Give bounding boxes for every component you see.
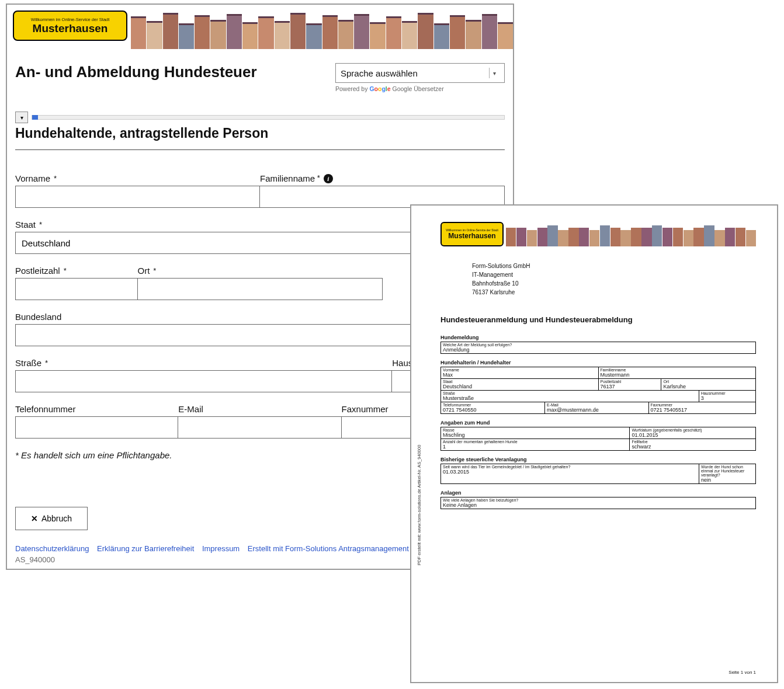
ort-input[interactable] [138, 278, 383, 300]
pdf-table-veranlagung: Seit wann wird das Tier im Gemeindegebie… [440, 464, 756, 484]
powered-by-text: Powered by Google Google Übersetzer [335, 85, 505, 92]
pdf-sec-hund: Angaben zum Hund [440, 420, 756, 426]
plz-label: Postleitzahl [15, 266, 138, 276]
vorname-label: Vorname [15, 173, 260, 183]
city-illustration [131, 5, 513, 49]
plz-input[interactable] [15, 278, 138, 300]
progress-dropdown-button[interactable]: ▾ [15, 112, 28, 123]
email-label: E-Mail [178, 404, 341, 414]
footer-link-barrierefreiheit[interactable]: Erklärung zur Barrierefreiheit [97, 544, 194, 553]
email-input[interactable] [178, 416, 341, 439]
step-title: Hundehaltende, antragstellende Person [15, 126, 505, 150]
city-sign-small: Willkommen im Online-Service der Stadt [31, 17, 110, 22]
abort-button-label: Abbruch [41, 514, 72, 523]
progress-bar [32, 115, 505, 120]
familienname-label: Familienname i [260, 173, 505, 183]
pdf-city-illustration [506, 222, 756, 246]
pdf-sec-veranlagung: Bisherige steuerliche Veranlagung [440, 457, 756, 462]
pdf-table-anlagen: Wie viele Anlagen haben Sie beizufügen?K… [440, 497, 756, 509]
city-sign-big: Musterhausen [33, 22, 108, 35]
strasse-label: Straße [15, 358, 392, 368]
pdf-address: Form-Solutions GmbH IT-Management Bahnho… [472, 262, 756, 297]
ort-label: Ort [138, 266, 383, 276]
pdf-sec-halter: Hundehalterin / Hundehalter [440, 360, 756, 366]
language-select-wrap: Sprache auswählen ▾ Powered by Google Go… [335, 63, 505, 92]
pdf-table-hund: RasseMischling Wurfdatum (gegebenenfalls… [440, 427, 756, 451]
footer-link-impressum[interactable]: Impressum [202, 544, 240, 553]
pdf-title: Hundesteueranmeldung und Hundesteuerabme… [440, 315, 756, 324]
pdf-preview: Willkommen im Online-Service der Stadt M… [410, 204, 778, 683]
strasse-input[interactable] [15, 370, 392, 392]
language-select[interactable]: Sprache auswählen ▾ [335, 63, 505, 83]
footer-link-datenschutz[interactable]: Datenschutzerklärung [15, 544, 89, 553]
pdf-sec-anlagen: Anlagen [440, 490, 756, 496]
vorname-input[interactable] [15, 186, 260, 208]
telefon-label: Telefonnummer [15, 404, 178, 414]
pdf-banner: Willkommen im Online-Service der Stadt M… [440, 222, 756, 246]
header-banner: Willkommen im Online-Service der Stadt M… [7, 5, 513, 49]
pdf-side-text: PDF erstellt mit: www.form-solutions.de … [417, 445, 422, 565]
pdf-city-sign: Willkommen im Online-Service der Stadt M… [440, 222, 504, 246]
pdf-page-number: Seite 1 von 1 [729, 670, 756, 675]
pdf-table-halter: VornameMax FamiliennameMustermann StaatD… [440, 367, 756, 414]
abort-button[interactable]: ✕ Abbruch [15, 507, 88, 530]
pdf-sec-hundemeldung: Hundemeldung [440, 335, 756, 340]
pdf-table-hundemeldung: Welche Art der Meldung soll erfolgen? An… [440, 342, 756, 354]
telefon-input[interactable] [15, 416, 178, 439]
language-select-label: Sprache auswählen [341, 68, 418, 78]
close-icon: ✕ [31, 514, 38, 523]
chevron-down-icon: ▾ [489, 68, 499, 78]
footer-link-formsolutions[interactable]: Erstellt mit Form-Solutions Antragsmanag… [248, 544, 409, 553]
city-sign-logo: Willkommen im Online-Service der Stadt M… [13, 11, 127, 41]
info-icon[interactable]: i [324, 174, 333, 183]
progress-fill [32, 115, 38, 120]
